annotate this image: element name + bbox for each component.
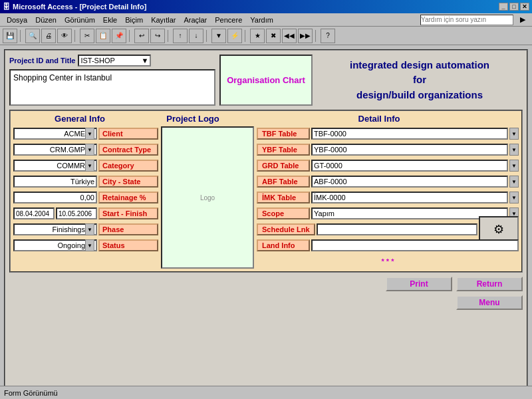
tb-nav2[interactable]: ▶▶ bbox=[298, 29, 313, 43]
tb-nav1[interactable]: ◀◀ bbox=[282, 29, 297, 43]
menu-pencere[interactable]: Pencere bbox=[211, 16, 246, 24]
client-label: Client bbox=[98, 128, 158, 140]
ybf-label: YBF Table bbox=[257, 144, 310, 156]
tbf-value[interactable]: TBF-0000 bbox=[311, 128, 508, 140]
scope-label: Scope bbox=[257, 207, 310, 219]
grd-dropdown[interactable]: ▼ bbox=[509, 160, 519, 172]
ybf-value[interactable]: YBF-0000 bbox=[311, 144, 508, 156]
org-chart-box[interactable]: Organisation Chart bbox=[219, 55, 313, 106]
phase-dropdown[interactable]: ▼ bbox=[85, 223, 94, 235]
start-finish-row: 08.04.2004 10.05.2006 Start - Finish bbox=[13, 206, 158, 221]
end-date[interactable]: 10.05.2006 bbox=[56, 207, 97, 219]
top-section: Project ID and Title IST-SHOP ▼ Shopping… bbox=[9, 55, 523, 106]
city-state-value[interactable]: Türkiye bbox=[13, 176, 97, 188]
tb-redo[interactable]: ↪ bbox=[150, 29, 165, 43]
help-search[interactable]: ▶ bbox=[420, 15, 529, 25]
help-search-input[interactable] bbox=[420, 15, 513, 25]
schedule-label: Schedule Lnk bbox=[257, 223, 315, 235]
project-id-select[interactable]: IST-SHOP ▼ bbox=[78, 55, 151, 66]
imk-row: İMK Table İMK-0000 ▼ bbox=[257, 190, 519, 205]
status-label: Status bbox=[98, 239, 158, 251]
tb-help[interactable]: ? bbox=[321, 29, 335, 43]
grid-rows: ACME ▼ Client CRM.GMP ▼ Contract Type bbox=[13, 126, 519, 269]
close-button[interactable]: ✕ bbox=[520, 3, 529, 11]
project-id-dropdown-arrow[interactable]: ▼ bbox=[142, 57, 149, 65]
retainage-row: 0,00 Retainage % bbox=[13, 190, 158, 205]
contract-type-dropdown[interactable]: ▼ bbox=[85, 144, 94, 156]
retainage-label: Retainage % bbox=[98, 192, 158, 203]
tbf-dropdown[interactable]: ▼ bbox=[509, 128, 519, 140]
phase-value[interactable]: Finishings ▼ bbox=[13, 223, 97, 235]
tb-paste[interactable]: 📌 bbox=[112, 29, 126, 43]
status-value[interactable]: Ongoing ▼ bbox=[13, 239, 97, 251]
land-info-value[interactable] bbox=[311, 239, 519, 251]
grd-row: GRD Table GT-0000 ▼ bbox=[257, 158, 519, 173]
tb-copy[interactable]: 📋 bbox=[96, 29, 110, 43]
btn-row-1: Print Return bbox=[9, 277, 523, 291]
general-info-col: ACME ▼ Client CRM.GMP ▼ Contract Type bbox=[13, 126, 158, 269]
tb-filter[interactable]: ▼ bbox=[211, 29, 226, 43]
contract-type-value[interactable]: CRM.GMP ▼ bbox=[13, 144, 97, 156]
menu-dosya[interactable]: Dosya bbox=[3, 16, 31, 24]
menu-araclar[interactable]: Araçlar bbox=[180, 16, 211, 24]
imk-label: İMK Table bbox=[257, 192, 310, 203]
tb-undo[interactable]: ↩ bbox=[134, 29, 149, 43]
menu-ekle[interactable]: Ekle bbox=[99, 16, 121, 24]
return-button[interactable]: Return bbox=[456, 277, 523, 291]
form-outer: Project ID and Title IST-SHOP ▼ Shopping… bbox=[4, 49, 528, 394]
contract-type-label: Contract Type bbox=[98, 144, 158, 156]
tb-preview[interactable]: 👁 bbox=[57, 29, 72, 43]
project-logo-col: Logo bbox=[161, 126, 254, 269]
minimize-button[interactable]: _ bbox=[499, 3, 508, 11]
title-bar: 🗄 Microsoft Access - [Project Detail Inf… bbox=[0, 0, 532, 13]
bottom-buttons: Print Return Menu bbox=[9, 277, 523, 310]
imk-value[interactable]: İMK-0000 bbox=[311, 192, 508, 203]
title-bar-text: Microsoft Access - [Project Detail Info] bbox=[13, 3, 146, 11]
toolbar: 💾 🔍 🖨 👁 ✂ 📋 📌 ↩ ↪ ↑ ↓ ▼ ⚡ ★ ✖ ◀◀ ▶▶ ? bbox=[0, 27, 532, 45]
client-dropdown[interactable]: ▼ bbox=[85, 128, 94, 140]
retainage-value[interactable]: 0,00 bbox=[13, 192, 97, 203]
abf-value[interactable]: ABF-0000 bbox=[311, 176, 508, 188]
tb-sort-desc[interactable]: ↓ bbox=[189, 29, 203, 43]
contract-type-row: CRM.GMP ▼ Contract Type bbox=[13, 142, 158, 157]
menu-bicim[interactable]: Biçim bbox=[121, 16, 147, 24]
tagline-box: integrated design automation for design/… bbox=[317, 55, 523, 106]
tb-sort-asc[interactable]: ↑ bbox=[173, 29, 188, 43]
window-controls[interactable]: _ □ ✕ bbox=[499, 3, 529, 11]
tb-apply-filter[interactable]: ⚡ bbox=[227, 29, 242, 43]
menu-yardim[interactable]: Yardım bbox=[246, 16, 277, 24]
category-dropdown[interactable]: ▼ bbox=[85, 160, 94, 172]
tbf-label: TBF Table bbox=[257, 128, 310, 140]
abf-row: ABF Table ABF-0000 ▼ bbox=[257, 174, 519, 189]
project-id-label: Project ID and Title bbox=[9, 57, 75, 65]
menu-goruntum[interactable]: Görünüm bbox=[61, 16, 99, 24]
print-button[interactable]: Print bbox=[386, 277, 452, 291]
status-row: Ongoing ▼ Status bbox=[13, 238, 158, 253]
category-value[interactable]: COMMR ▼ bbox=[13, 160, 97, 172]
tb-find[interactable]: 🔍 bbox=[25, 29, 40, 43]
maximize-button[interactable]: □ bbox=[509, 3, 519, 11]
project-title-text: Shopping Center in Istanbul bbox=[13, 73, 112, 82]
menu-kayitlar[interactable]: Kayıtlar bbox=[147, 16, 180, 24]
tb-cut[interactable]: ✂ bbox=[80, 29, 94, 43]
tb-save[interactable]: 💾 bbox=[3, 29, 17, 43]
tb-delete[interactable]: ✖ bbox=[266, 29, 281, 43]
start-date[interactable]: 08.04.2004 bbox=[13, 207, 55, 219]
general-info-header: General Info bbox=[13, 114, 146, 124]
phase-label: Phase bbox=[98, 223, 158, 235]
detail-info-header: Detail Info bbox=[239, 114, 519, 124]
btn-row-2: Menu bbox=[9, 295, 523, 310]
status-bar: Form Görünümü bbox=[0, 386, 532, 399]
tb-new[interactable]: ★ bbox=[250, 29, 265, 43]
tb-print[interactable]: 🖨 bbox=[41, 29, 56, 43]
status-dropdown[interactable]: ▼ bbox=[85, 239, 94, 251]
city-state-row: Türkiye City - State bbox=[13, 174, 158, 189]
abf-dropdown[interactable]: ▼ bbox=[509, 176, 519, 188]
menu-button[interactable]: Menu bbox=[456, 295, 523, 310]
imk-dropdown[interactable]: ▼ bbox=[509, 192, 519, 203]
ybf-dropdown[interactable]: ▼ bbox=[509, 144, 519, 156]
schedule-value[interactable] bbox=[317, 223, 477, 235]
grd-value[interactable]: GT-0000 bbox=[311, 160, 508, 172]
client-value[interactable]: ACME ▼ bbox=[13, 128, 97, 140]
menu-duzen[interactable]: Düzen bbox=[31, 16, 61, 24]
